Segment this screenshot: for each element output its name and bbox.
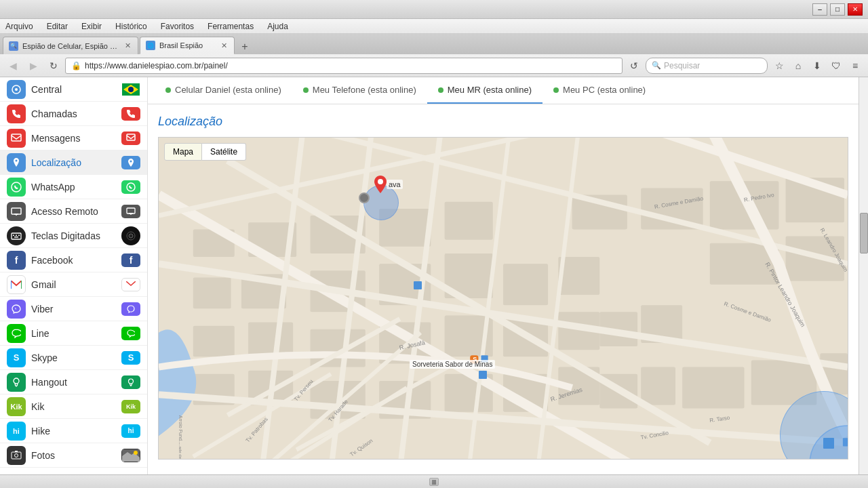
forward-button[interactable]: ▶ xyxy=(24,57,42,75)
search-icon: 🔍 xyxy=(652,61,661,70)
sidebar-item-gmail[interactable]: Gmail xyxy=(0,272,147,297)
sidebar-item-fotos[interactable]: Fotos xyxy=(0,443,147,468)
minimize-button[interactable]: – xyxy=(812,3,827,16)
hangout-icon xyxy=(7,373,26,392)
online-dot-celular xyxy=(165,87,171,93)
tab-brasil-espiao[interactable]: 🌐 Brasil Espião ✕ xyxy=(140,37,235,54)
skype-icon: S xyxy=(7,348,26,367)
url-bar[interactable]: 🔒 https://www.danielespiao.com.br/painel… xyxy=(65,58,623,74)
sidebar: Central Chamadas Mensagens xyxy=(0,77,148,474)
main-content: Celular Daniel (esta online) Meu Telefon… xyxy=(148,77,859,474)
online-dot-pc xyxy=(553,87,559,93)
facebook-icon: f xyxy=(7,251,26,270)
acesso-remoto-label: Acesso Remoto xyxy=(31,206,116,217)
menu-icon[interactable]: ≡ xyxy=(846,57,864,75)
chamadas-label: Chamadas xyxy=(31,108,116,119)
red-map-pin xyxy=(374,176,387,195)
sidebar-item-localizacao[interactable]: Localização xyxy=(0,150,147,175)
sidebar-item-kik[interactable]: Kik Kik Kik xyxy=(0,394,147,419)
svg-rect-40 xyxy=(248,323,293,357)
window-controls: – □ ✕ xyxy=(812,3,863,16)
sidebar-item-whatsapp[interactable]: WhatsApp xyxy=(0,175,147,199)
device-tab-celular-label: Celular Daniel (esta online) xyxy=(175,85,281,95)
facebook-label: Facebook xyxy=(31,255,116,266)
gmail-app-icon xyxy=(121,278,140,291)
status-center: ||| xyxy=(5,478,863,486)
download-icon[interactable]: ⬇ xyxy=(808,57,826,75)
sidebar-item-viber[interactable]: Viber xyxy=(0,297,147,321)
device-tab-celular-daniel[interactable]: Celular Daniel (esta online) xyxy=(155,77,292,104)
viber-icon xyxy=(7,300,26,319)
status-bar: ||| xyxy=(0,474,868,488)
reload-button[interactable]: ↻ xyxy=(45,57,62,75)
browser-content: Central Chamadas Mensagens xyxy=(0,77,868,474)
svg-rect-17 xyxy=(12,233,21,239)
device-tab-meu-pc[interactable]: Meu PC (esta online) xyxy=(542,77,656,104)
satellite-button[interactable]: Satélite xyxy=(202,143,246,161)
nav-bar: ◀ ▶ ↻ 🔒 https://www.danielespiao.com.br/… xyxy=(0,54,868,77)
sidebar-item-acesso-remoto[interactable]: Acesso Remoto xyxy=(0,199,147,224)
menu-arquivo[interactable]: Arquivo xyxy=(3,20,36,33)
device-tab-meu-mr[interactable]: Meu MR (esta online) xyxy=(427,77,542,104)
search-bar[interactable]: 🔍 Pesquisar xyxy=(646,58,768,74)
menu-bar: Arquivo Editar Exibir Histórico Favorito… xyxy=(0,19,868,34)
line-icon xyxy=(7,324,26,343)
status-divider[interactable]: ||| xyxy=(429,478,439,486)
device-tab-telefone-label: Meu Telefone (esta online) xyxy=(313,85,416,95)
svg-rect-20 xyxy=(18,235,20,236)
tab-close-espiao[interactable]: ✕ xyxy=(123,41,132,51)
svg-point-8 xyxy=(130,160,132,162)
sidebar-item-chamadas[interactable]: Chamadas xyxy=(0,102,147,126)
sidebar-item-central[interactable]: Central xyxy=(0,77,147,102)
new-tab-button[interactable]: + xyxy=(236,39,254,54)
sidebar-item-hangout[interactable]: Hangout xyxy=(0,370,147,394)
scrollbar-thumb[interactable] xyxy=(860,213,868,253)
svg-rect-21 xyxy=(14,237,18,238)
shield-icon[interactable]: 🛡 xyxy=(827,57,845,75)
messages-icon xyxy=(7,129,26,148)
hike-app-icon: hi xyxy=(121,424,140,438)
tab-close-brasil[interactable]: ✕ xyxy=(219,41,229,50)
device-tab-pc-label: Meu PC (esta online) xyxy=(563,85,646,95)
online-dot-telefone xyxy=(303,87,309,93)
menu-ajuda[interactable]: Ajuda xyxy=(264,20,291,33)
whatsapp-label: WhatsApp xyxy=(31,182,116,192)
svg-point-10 xyxy=(127,183,135,191)
sidebar-item-skype[interactable]: S Skype S xyxy=(0,346,147,370)
bookmark-icon[interactable]: ☆ xyxy=(770,57,788,75)
home-icon[interactable]: ⌂ xyxy=(789,57,807,75)
map-button[interactable]: Mapa xyxy=(164,143,202,161)
svg-rect-73 xyxy=(641,367,675,405)
localizacao-label: Localização xyxy=(31,157,116,168)
svg-rect-39 xyxy=(193,326,235,357)
title-bar: – □ ✕ xyxy=(0,0,868,19)
right-scrollbar[interactable] xyxy=(859,77,868,474)
svg-text:Arroio Fund...: Arroio Fund... xyxy=(178,415,183,445)
close-button[interactable]: ✕ xyxy=(848,3,863,16)
menu-ferramentas[interactable]: Ferramentas xyxy=(205,20,256,33)
back-button[interactable]: ◀ xyxy=(4,57,22,75)
maximize-button[interactable]: □ xyxy=(830,3,845,16)
kik-icon: Kik xyxy=(7,397,26,416)
reload-stop-button[interactable]: ↺ xyxy=(625,57,643,75)
menu-exibir[interactable]: Exibir xyxy=(79,20,104,33)
device-tab-meu-telefone[interactable]: Meu Telefone (esta online) xyxy=(292,77,427,104)
map-container[interactable]: R. Josafá Tv. Patrobas Tv. Perseu Tv. Ha… xyxy=(158,137,848,460)
sidebar-item-mensagens[interactable]: Mensagens xyxy=(0,126,147,150)
facebook-app-icon: f xyxy=(121,253,140,267)
svg-point-4 xyxy=(128,87,134,92)
menu-editar[interactable]: Editar xyxy=(44,20,71,33)
page-area: Localização xyxy=(148,104,859,474)
sidebar-item-facebook[interactable]: f Facebook f xyxy=(0,248,147,272)
tab-espiao[interactable]: 🔍 Espião de Celular, Espião d... ✕ xyxy=(3,37,138,54)
sidebar-item-hike[interactable]: hi Hike hi xyxy=(0,419,147,443)
sidebar-item-line[interactable]: Line xyxy=(0,321,147,346)
viber-app-icon xyxy=(121,302,140,316)
menu-favoritos[interactable]: Favoritos xyxy=(158,20,197,33)
sidebar-item-teclas[interactable]: Teclas Digitadas xyxy=(0,224,147,248)
svg-rect-30 xyxy=(15,451,18,452)
sorveteria-label: Sorveteria Sabor de Minas xyxy=(410,360,495,369)
menu-historico[interactable]: Histórico xyxy=(113,20,150,33)
tab-favicon-espiao: 🔍 xyxy=(9,41,18,51)
svg-rect-5 xyxy=(12,134,21,141)
